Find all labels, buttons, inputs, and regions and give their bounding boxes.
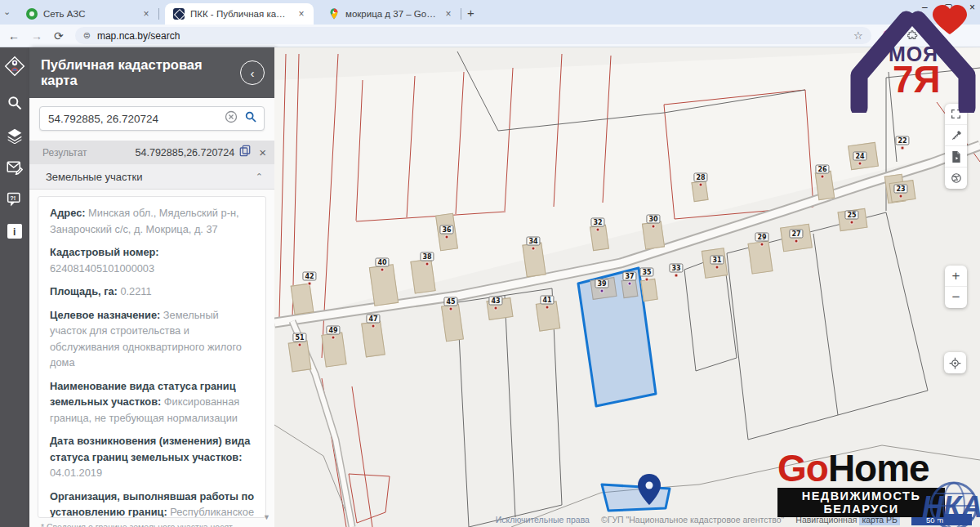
cadastre-sidebar: Публичная кадастровая карта ‹ Результат … (29, 47, 274, 527)
house-label-35[interactable]: 35 (639, 268, 653, 277)
copy-icon[interactable] (239, 145, 251, 160)
building (815, 171, 835, 200)
app-title: Публичная кадастровая карта (41, 57, 240, 88)
accordion-title: Земельные участки (46, 171, 256, 183)
nca-logo-icon[interactable] (2, 54, 27, 78)
sidebar-collapse-button[interactable]: ‹ (240, 60, 265, 85)
search-input[interactable] (47, 112, 218, 126)
tab-separator (158, 8, 159, 20)
house-label-43[interactable]: 43 (488, 297, 502, 306)
basemap-name-plain: Навигационная (795, 515, 857, 525)
house-label-47[interactable]: 47 (366, 315, 380, 324)
result-fields: Адрес: Минская обл., Мядельский р-н, Зан… (50, 205, 256, 518)
measure-button[interactable] (945, 125, 967, 146)
house-label-39[interactable]: 39 (595, 279, 608, 288)
tab-gmaps[interactable]: мокрица д 37 – Google Карты × (320, 3, 461, 25)
extensions-icon[interactable] (907, 29, 918, 42)
layers-icon[interactable] (7, 127, 23, 144)
locate-me-button[interactable] (944, 352, 966, 373)
close-window-button[interactable]: × (969, 2, 975, 13)
house-label-32[interactable]: 32 (590, 218, 604, 227)
disclaimer-body: * Сведения о границе земельного участка … (41, 522, 244, 527)
basemap-name: Навигационная карта РБ (795, 515, 900, 525)
site-info-icon[interactable]: ⊜ (83, 30, 91, 41)
tab-strip: ⌄ Сеть АЗС × ПКК - Публичная кадастровая… (0, 0, 980, 25)
house-label-24[interactable]: 24 (853, 152, 866, 161)
map-tools-group (945, 104, 967, 189)
house-label-34[interactable]: 34 (526, 237, 540, 246)
house-label-33[interactable]: 33 (669, 264, 683, 273)
house-label-49[interactable]: 49 (326, 326, 340, 335)
zoom-controls: + − (945, 266, 967, 308)
house-label-31[interactable]: 31 (710, 256, 724, 265)
browser-menu-icon[interactable]: ⋮ (929, 29, 940, 42)
house-label-25[interactable]: 25 (844, 211, 858, 220)
basemap-globe-button[interactable] (945, 167, 967, 189)
result-field: Организация, выполнявшая работы по устан… (50, 489, 256, 519)
minimize-button[interactable]: – (922, 2, 928, 13)
house-label-36[interactable]: 36 (439, 226, 453, 234)
house-label-45[interactable]: 45 (443, 297, 457, 306)
house-label-51[interactable]: 51 (292, 333, 306, 342)
house-label-29[interactable]: 29 (755, 233, 768, 242)
chevron-up-icon: ⌃ (256, 172, 263, 182)
faq-bubble-icon[interactable]: ?! (7, 191, 23, 208)
zoom-in-button[interactable]: + (945, 266, 967, 287)
house-label-26[interactable]: 26 (815, 165, 829, 174)
feedback-envelope-icon[interactable] (7, 160, 23, 175)
tab-label: Сеть АЗС (43, 9, 135, 19)
result-field: Дата возникновения (изменения) вида стат… (50, 433, 256, 481)
house-dot (600, 289, 604, 293)
house-label-22[interactable]: 22 (895, 136, 909, 145)
profile-avatar[interactable] (883, 29, 896, 42)
house-label-42[interactable]: 42 (302, 272, 316, 281)
new-tab-button[interactable]: + (467, 6, 474, 20)
map-houses: 4240383634323028262422514947454341393735… (274, 47, 980, 527)
clear-search-icon[interactable] (225, 110, 238, 127)
zoom-out-button[interactable]: − (945, 287, 967, 308)
maximize-button[interactable]: ▢ (944, 2, 953, 13)
tab-search-chevron-icon[interactable]: ⌄ (3, 7, 11, 17)
house-label-40[interactable]: 40 (375, 258, 389, 267)
cadastral-map[interactable]: 4240383634323028262422514947454341393735… (274, 47, 980, 527)
house-dot (850, 221, 854, 225)
rights-link[interactable]: Исключительные права (496, 515, 590, 525)
address-bar[interactable]: ⊜ map.nca.by/search ☆ (75, 27, 871, 44)
building (410, 258, 435, 293)
house-label-37[interactable]: 37 (622, 272, 636, 281)
house-label-38[interactable]: 38 (420, 252, 434, 261)
tab-close-icon[interactable]: × (443, 8, 454, 20)
tab-pkk-active[interactable]: ПКК - Публичная кадастровая × (165, 3, 314, 25)
tab-separator (461, 8, 461, 20)
house-label-27[interactable]: 27 (789, 230, 803, 239)
land-parcels-accordion[interactable]: Земельные участки ⌃ (29, 164, 274, 190)
building (640, 279, 657, 301)
sidebar-scroll-down-icon[interactable]: ▼ (263, 513, 270, 521)
house-label-30[interactable]: 30 (646, 215, 660, 224)
fullscreen-button[interactable] (945, 104, 967, 125)
house-label-23[interactable]: 23 (893, 185, 907, 194)
house-label-41[interactable]: 41 (540, 296, 554, 305)
reload-button[interactable]: ⟳ (54, 30, 64, 42)
result-coordinates: 54.792885,26.720724 (136, 147, 235, 159)
tab-label: мокрица д 37 – Google Карты (345, 9, 437, 19)
export-document-button[interactable] (945, 146, 967, 167)
tab-close-icon[interactable]: × (296, 8, 307, 20)
back-button[interactable]: ← (8, 30, 20, 42)
house-dot (546, 306, 550, 310)
forward-button[interactable]: → (31, 30, 42, 42)
svg-text:i: i (13, 226, 16, 238)
house-dot (449, 307, 453, 311)
agency-text: ©ГУП "Национальное кадастровое агентство… (601, 515, 784, 525)
tab-close-icon[interactable]: × (140, 8, 152, 20)
bookmark-star-icon[interactable]: ☆ (853, 29, 863, 42)
info-icon[interactable]: i (7, 224, 22, 239)
house-dot (596, 228, 600, 232)
search-tool-icon[interactable] (7, 95, 23, 111)
house-dot (308, 282, 312, 286)
result-close-icon[interactable]: × (259, 145, 266, 159)
browser-window: ⌄ Сеть АЗС × ПКК - Публичная кадастровая… (0, 0, 980, 527)
tab-azs[interactable]: Сеть АЗС × (18, 3, 158, 25)
search-submit-icon[interactable] (244, 110, 257, 127)
house-label-28[interactable]: 28 (693, 173, 707, 182)
